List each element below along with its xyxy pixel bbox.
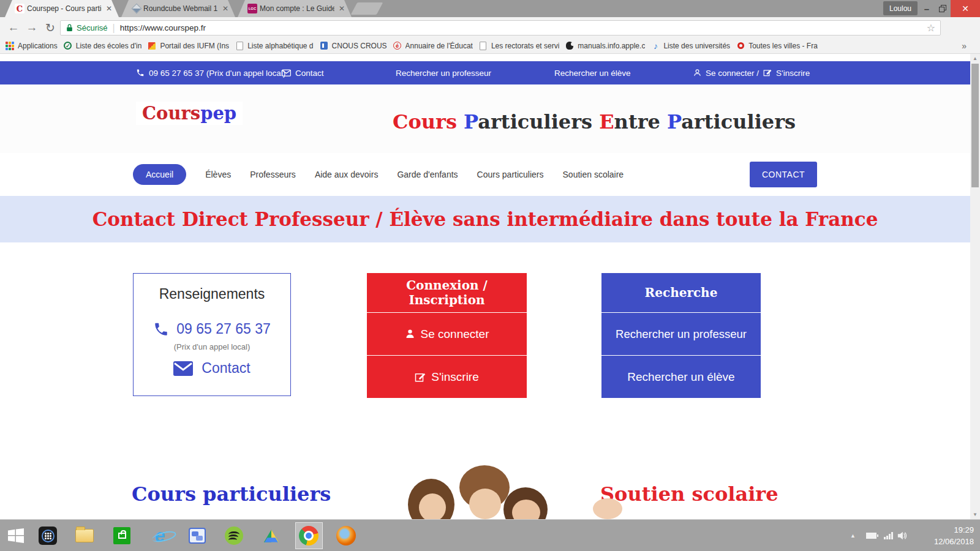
google-drive-icon[interactable]: [262, 526, 281, 545]
minimize-button[interactable]: –: [919, 0, 935, 17]
red-e-circle-icon: é: [393, 41, 402, 51]
bookmark-cnous[interactable]: CNOUS CROUS: [319, 41, 387, 51]
tab-close-icon[interactable]: ✕: [104, 4, 114, 13]
contact-link[interactable]: Contact: [134, 360, 290, 377]
tab-close-icon[interactable]: ✕: [221, 4, 230, 13]
nav-item-professeurs[interactable]: Professeurs: [250, 170, 296, 179]
headline-banner: Contact Direct Professeur / Élève sans i…: [0, 196, 970, 242]
envelope-icon: [173, 361, 193, 376]
signup-link[interactable]: S'inscrire: [776, 69, 810, 78]
music-note-icon: ♪: [650, 41, 660, 51]
spotify-icon[interactable]: [224, 526, 244, 545]
tab-courspep[interactable]: C Courspep - Cours particu ✕: [5, 0, 119, 17]
bookmark-label: Liste alphabétique d: [247, 42, 313, 50]
apple-icon: [565, 41, 575, 51]
site-topbar: 09 65 27 65 37 (Prix d'un appel local) C…: [0, 61, 970, 84]
tab-title: Courspep - Cours particu: [27, 4, 102, 13]
bookmark-alphabetique[interactable]: Liste alphabétique d: [235, 41, 313, 51]
taskbar: e ▲ 19:29 12/06/2018: [0, 519, 980, 551]
site-logo[interactable]: Courspep: [136, 102, 243, 125]
page-scrollbar[interactable]: ▲ ▼: [970, 54, 980, 519]
topbar-account[interactable]: Se connecter / S'inscrire: [693, 61, 810, 84]
phone-icon: [153, 321, 169, 337]
tab-roundcube[interactable]: Roundcube Webmail 1.3 ✕: [121, 0, 235, 17]
phone-link[interactable]: 09 65 27 65 37: [134, 321, 290, 337]
messaging-icon[interactable]: [187, 526, 207, 545]
connexion-card-title: Connexion / Inscription: [367, 273, 527, 312]
battery-icon[interactable]: [866, 520, 876, 551]
reload-button[interactable]: ↻: [42, 19, 59, 36]
scroll-down-icon[interactable]: ▼: [970, 512, 980, 517]
scrollbar-thumb[interactable]: [971, 64, 979, 187]
bookmark-star-icon[interactable]: ☆: [927, 22, 935, 34]
tab-close-icon[interactable]: ✕: [337, 4, 347, 13]
topbar-link-eleve[interactable]: Rechercher un élève: [554, 61, 631, 84]
tab-leguide[interactable]: LGC Mon compte : Le Guide C ✕: [238, 0, 352, 17]
contact-button[interactable]: CONTACT: [750, 162, 817, 187]
bookmark-iufm[interactable]: Portail des IUFM (Ins: [147, 41, 229, 51]
forward-button[interactable]: →: [23, 19, 40, 36]
topbar-contact[interactable]: Contact: [282, 61, 324, 84]
bookmark-label: manuals.info.apple.c: [578, 42, 645, 50]
nav-item-eleves[interactable]: Élèves: [205, 170, 231, 179]
login-link[interactable]: Se connecter /: [706, 69, 759, 78]
rechercher-professeur-button[interactable]: Rechercher un professeur: [601, 312, 761, 355]
phone-note: (Prix d'un appel local): [134, 342, 290, 351]
firefox-icon[interactable]: [336, 526, 356, 545]
page-viewport: 09 65 27 65 37 (Prix d'un appel local) C…: [0, 54, 980, 519]
topbar-contact-text: Contact: [295, 69, 324, 78]
topbar-phone[interactable]: 09 65 27 65 37 (Prix d'un appel local): [136, 61, 285, 84]
bookmark-rectorats[interactable]: Les rectorats et servi: [478, 41, 559, 51]
phone-number: 09 65 27 65 37: [176, 321, 270, 337]
nav-item-cours-particuliers[interactable]: Cours particuliers: [477, 170, 544, 179]
scroll-up-icon[interactable]: ▲: [970, 56, 980, 61]
profile-button[interactable]: Loulou: [883, 1, 918, 15]
title-word: articuliers: [681, 110, 796, 133]
s-inscrire-button[interactable]: S'inscrire: [367, 355, 527, 398]
new-tab-button[interactable]: [351, 2, 383, 15]
recherche-card: Recherche Rechercher un professeur Reche…: [601, 273, 761, 398]
tray-expand-icon[interactable]: ▲: [850, 520, 856, 551]
start-button[interactable]: [6, 526, 26, 545]
children-photo: [398, 463, 625, 519]
address-bar[interactable]: Sécurisé | https://www.courspep.fr ☆: [60, 20, 941, 36]
rechercher-eleve-button[interactable]: Rechercher un élève: [601, 355, 761, 398]
nav-item-accueil[interactable]: Accueil: [133, 164, 186, 185]
restore-button[interactable]: [935, 0, 950, 17]
renseignements-card: Renseignements 09 65 27 65 37 (Prix d'un…: [133, 273, 291, 396]
back-button[interactable]: ←: [5, 19, 22, 36]
user-icon: [693, 69, 701, 77]
bookmark-label: CNOUS CROUS: [332, 42, 387, 50]
se-connecter-button[interactable]: Se connecter: [367, 312, 527, 355]
bookmark-label: Liste des universités: [663, 42, 730, 50]
envelope-icon: [282, 69, 291, 77]
section-title-cours-particuliers: Cours particuliers: [132, 482, 331, 506]
nav-item-soutien-scolaire[interactable]: Soutien scolaire: [563, 170, 624, 179]
nav-item-aide-aux-devoirs[interactable]: Aide aux devoirs: [315, 170, 379, 179]
bookmark-ecoles[interactable]: ✓ Liste des écoles d'in: [63, 41, 142, 51]
logo-part-red: Cours: [142, 103, 200, 124]
signup-pencil-icon: [763, 69, 772, 77]
bookmarks-overflow-chevron[interactable]: »: [962, 41, 975, 51]
bookmark-apple[interactable]: manuals.info.apple.c: [565, 41, 645, 51]
close-button[interactable]: ✕: [951, 0, 980, 17]
bookmark-villes[interactable]: Toutes les villes - Fra: [736, 41, 818, 51]
site-title: Cours Particuliers Entre Particuliers: [392, 110, 796, 133]
network-signal-icon[interactable]: [884, 520, 893, 551]
internet-explorer-icon[interactable]: e: [150, 526, 170, 545]
file-explorer-icon[interactable]: [75, 526, 94, 545]
bookmark-universites[interactable]: ♪ Liste des universités: [650, 41, 730, 51]
bookmark-label: Liste des écoles d'in: [76, 42, 142, 50]
app-launcher-icon[interactable]: [38, 526, 58, 545]
title-word: Cours: [393, 110, 464, 133]
windows-store-icon[interactable]: [112, 526, 132, 545]
nav-item-garde-enfants[interactable]: Garde d'enfants: [397, 170, 458, 179]
bookmark-applications[interactable]: Applications: [5, 41, 58, 51]
url-text[interactable]: https://www.courspep.fr: [120, 23, 927, 32]
chrome-icon[interactable]: [299, 526, 318, 545]
se-connecter-label: Se connecter: [421, 328, 489, 341]
bookmark-annuaire[interactable]: é Annuaire de l'Éducat: [393, 41, 473, 51]
taskbar-clock[interactable]: 19:29 12/06/2018: [905, 524, 974, 547]
topbar-link-professeur[interactable]: Rechercher un professeur: [396, 61, 491, 84]
cnous-icon: [319, 41, 329, 51]
